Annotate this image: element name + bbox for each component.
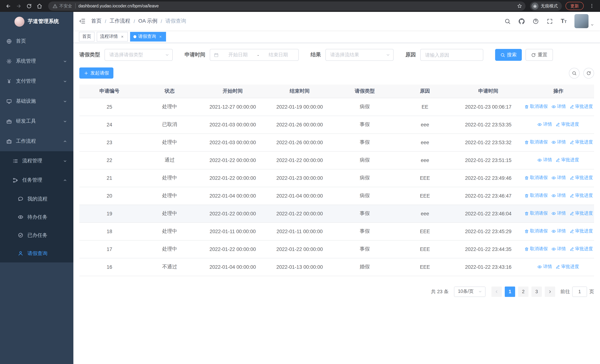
toggle-search-button[interactable] [569, 68, 580, 78]
cancel-leave-link[interactable]: 取消请假 [525, 246, 548, 252]
sidebar-item-infrastructure[interactable]: 基础设施 [0, 91, 73, 111]
detail-link[interactable]: 详情 [552, 246, 566, 252]
browser-back-button[interactable] [4, 1, 13, 10]
tab-home[interactable]: 首页 [79, 32, 94, 41]
sidebar-item-my-process[interactable]: 我的流程 [0, 190, 73, 208]
github-link[interactable] [518, 18, 525, 24]
warning-icon [53, 3, 57, 8]
cancel-leave-link[interactable]: 取消请假 [525, 228, 548, 234]
app-logo[interactable]: 芋道管理系统 [0, 12, 73, 31]
header-search-button[interactable] [504, 18, 511, 24]
cancel-leave-link[interactable]: 取消请假 [525, 193, 548, 199]
detail-link[interactable]: 详情 [552, 193, 566, 199]
browser-reload-button[interactable] [24, 1, 33, 10]
apply-time-range-picker[interactable]: 开始日期 - 结束日期 [210, 49, 299, 61]
cell-end-time: 2022-01-26 00:00:00 [266, 116, 334, 133]
tab-process-detail[interactable]: 流程详情 [97, 32, 128, 41]
approval-progress-link[interactable]: 审批进度 [570, 175, 593, 181]
sidebar-item-done-tasks[interactable]: 已办任务 [0, 226, 73, 244]
fullscreen-button[interactable] [547, 18, 553, 24]
user-menu[interactable] [574, 14, 594, 28]
sidebar-item-todo-tasks[interactable]: 待办任务 [0, 208, 73, 226]
cell-actions: 取消请假详情审批进度 [523, 169, 594, 187]
detail-link[interactable]: 详情 [552, 210, 566, 217]
cell-leave-type: 事假 [334, 205, 396, 222]
chevron-down-icon [63, 159, 67, 163]
cell-apply-time: 2022-01-22 23:53:35 [454, 116, 522, 133]
breadcrumb-item-workflow[interactable]: 工作流程 [110, 18, 130, 24]
detail-link[interactable]: 详情 [538, 157, 552, 163]
search-button[interactable]: 搜索 [495, 49, 522, 61]
detail-link[interactable]: 详情 [552, 139, 566, 146]
approval-progress-link[interactable]: 审批进度 [556, 121, 579, 128]
help-button[interactable] [533, 18, 539, 24]
result-select[interactable]: 请选择流结果 [325, 49, 394, 61]
list-icon [13, 158, 18, 164]
approval-progress-link[interactable]: 审批进度 [556, 264, 579, 270]
breadcrumb-item-home[interactable]: 首页 [91, 18, 102, 24]
page-button-1[interactable]: 1 [505, 286, 515, 297]
cancel-leave-link[interactable]: 取消请假 [525, 104, 548, 110]
detail-link[interactable]: 详情 [552, 104, 566, 110]
address-bar[interactable]: 不安全 dashboard.yudao.iocoder.cn/bpm/oa/le… [48, 1, 525, 10]
navbar-actions: TT [504, 14, 600, 28]
breadcrumb-item-oa-example[interactable]: OA 示例 [138, 18, 158, 24]
cancel-leave-link[interactable]: 取消请假 [525, 139, 548, 146]
tab-leave-query[interactable]: 请假查询 [130, 32, 166, 41]
refresh-table-button[interactable] [583, 68, 594, 78]
approval-progress-link[interactable]: 审批进度 [570, 246, 593, 252]
page-size-select[interactable]: 10条/页 [454, 286, 486, 297]
detail-link[interactable]: 详情 [552, 175, 566, 181]
reset-button[interactable]: 重置 [525, 49, 553, 61]
cell-start-time: 2022-01-22 00:00:00 [200, 169, 266, 187]
cell-end-time: 2022-01-19 00:00:00 [266, 98, 334, 116]
browser-update-button[interactable]: 更新 [565, 2, 584, 10]
cancel-leave-link[interactable]: 取消请假 [525, 175, 548, 181]
sidebar-fold-button[interactable] [73, 12, 91, 30]
approval-progress-link[interactable]: 审批进度 [556, 157, 579, 163]
sidebar-item-process-management[interactable]: 流程管理 [0, 151, 73, 170]
approval-progress-link-icon [570, 229, 574, 233]
detail-link[interactable]: 详情 [552, 228, 566, 234]
sidebar-item-payment[interactable]: 支付管理 [0, 71, 73, 91]
prev-page-button[interactable] [491, 286, 502, 297]
close-icon[interactable] [158, 34, 163, 39]
plus-icon [84, 71, 89, 75]
detail-link-icon [538, 265, 542, 269]
sidebar-item-devtools[interactable]: 研发工具 [0, 111, 73, 131]
detail-link[interactable]: 详情 [538, 264, 552, 270]
app-title: 芋道管理系统 [28, 18, 59, 25]
security-warning[interactable]: 不安全 [53, 3, 72, 9]
approval-progress-link[interactable]: 审批进度 [570, 139, 593, 146]
font-size-button[interactable]: TT [561, 18, 567, 24]
reason-input[interactable] [420, 49, 483, 61]
browser-forward-button[interactable] [14, 1, 23, 10]
sidebar-item-system[interactable]: 系统管理 [0, 51, 73, 71]
close-icon[interactable] [120, 34, 124, 39]
cancel-leave-link[interactable]: 取消请假 [525, 210, 548, 217]
approval-progress-link[interactable]: 审批进度 [570, 228, 593, 234]
approval-progress-link[interactable]: 审批进度 [570, 210, 593, 217]
goto-page-input[interactable] [572, 286, 587, 297]
cell-end-time: 2022-01-11 00:00:00 [266, 222, 334, 240]
page-button-2[interactable]: 2 [518, 286, 528, 297]
next-page-button[interactable] [545, 286, 555, 297]
detail-link[interactable]: 详情 [538, 121, 552, 128]
browser-menu-button[interactable] [587, 1, 596, 10]
approval-progress-link[interactable]: 审批进度 [570, 193, 593, 199]
sidebar-item-task-management[interactable]: 任务管理 [0, 170, 73, 190]
cell-reason: EEE [396, 258, 454, 276]
bookmark-star-icon[interactable] [516, 2, 524, 10]
table-row: 22通过2022-01-22 00:00:002022-01-22 00:00:… [79, 151, 594, 169]
approval-progress-link[interactable]: 审批进度 [570, 104, 593, 110]
sidebar-item-home[interactable]: 首页 [0, 31, 73, 51]
sidebar-item-leave-query[interactable]: 请假查询 [0, 244, 73, 262]
create-leave-button[interactable]: 发起请假 [79, 67, 113, 79]
approval-progress-link-icon [570, 247, 574, 251]
cancel-leave-link-icon [525, 247, 529, 251]
leave-type-select[interactable]: 请选择请假类型 [104, 49, 173, 61]
sidebar-item-workflow[interactable]: 工作流程 [0, 131, 73, 151]
browser-home-button[interactable] [35, 1, 44, 10]
chevron-up-icon [63, 178, 67, 182]
page-button-3[interactable]: 3 [531, 286, 542, 297]
